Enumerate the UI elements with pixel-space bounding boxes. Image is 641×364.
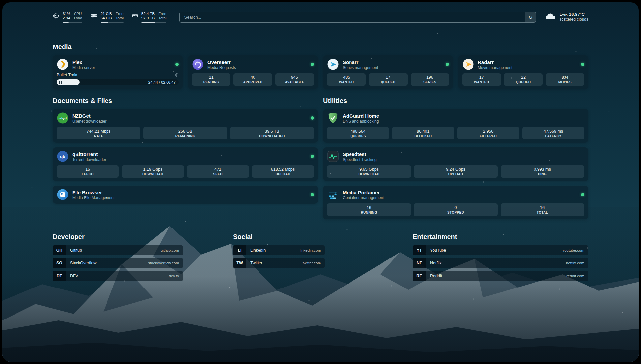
section-title-developer: Developer: [53, 233, 183, 241]
dashboard-window: 31% 2.94 CPU Load: [2, 2, 639, 362]
bookmark-reddit[interactable]: RE Reddit reddit.com: [413, 271, 588, 281]
bookmark-name: Twitter: [250, 261, 262, 265]
pause-icon: [59, 81, 62, 84]
service-description: Speedtest Tracking: [343, 157, 377, 162]
stat-box: 2,956 FILTERED: [457, 127, 519, 139]
service-link-nzbget[interactable]: nzbget NZBGet Usenet downloader: [57, 112, 314, 124]
cpu-progress-fill: [63, 22, 69, 23]
bookmark-netflix[interactable]: NF Netflix netflix.com: [413, 258, 588, 268]
section-title-media: Media: [53, 43, 588, 51]
bookmark-github[interactable]: GH Github github.com: [53, 245, 183, 255]
service-description: Series management: [343, 65, 378, 70]
cpu-usage-value: 31%: [63, 11, 70, 16]
sonarr-icon: [327, 58, 339, 70]
memory-icon: [90, 12, 98, 19]
cpu-icon: [53, 12, 60, 19]
service-description: Movie management: [478, 65, 512, 70]
section-title-utilities: Utilities: [323, 97, 588, 105]
service-name: qBittorrent: [72, 151, 106, 157]
service-name: AdGuard Home: [343, 113, 379, 119]
disk-icon: [132, 12, 138, 19]
service-link-qbittorrent[interactable]: qb qBittorrent Torrent downloader: [57, 150, 314, 162]
memory-free-value: 21 GiB: [101, 11, 112, 16]
stat-box: 16 TOTAL: [501, 203, 584, 216]
bookmark-linkedin[interactable]: LI LinkedIn linkedin.com: [233, 245, 325, 255]
service-card-overseerr: Overseerr Media Requests 21 PENDING 40 A…: [188, 55, 318, 89]
service-card-adguard: AdGuard Home DNS and adblocking 498,564 …: [323, 109, 588, 143]
service-link-radarr[interactable]: Radarr Movie management: [462, 58, 584, 70]
svg-text:qb: qb: [60, 154, 65, 159]
stat-box: 21 PENDING: [192, 73, 230, 86]
service-name: Speedtest: [343, 151, 377, 157]
nzbget-icon: nzbget: [57, 112, 69, 124]
status-dot: [311, 193, 314, 196]
service-name: Overseerr: [207, 59, 236, 65]
qbittorrent-icon: qb: [57, 150, 69, 162]
disk-progress-bar: [141, 22, 166, 23]
service-description: Usenet downloader: [72, 119, 106, 124]
service-card-qbittorrent: qb qBittorrent Torrent downloader 16 LEE…: [53, 147, 318, 181]
stat-box: 485 WANTED: [327, 73, 366, 86]
service-description: Media File Management: [72, 196, 115, 200]
bookmark-dev[interactable]: DT DEV dev.to: [53, 271, 183, 281]
stat-box: 744.21 Mbps RATE: [57, 127, 140, 139]
service-card-speedtest: Speedtest Speedtest Tracking 9.65 Gbps D…: [323, 147, 588, 181]
status-dot: [581, 193, 584, 196]
service-link-overseerr[interactable]: Overseerr Media Requests: [192, 58, 314, 70]
disk-free-value: 52.4 TB: [141, 11, 155, 16]
bookmark-youtube[interactable]: YT YouTube youtube.com: [413, 245, 588, 255]
memory-free-label: Free: [116, 11, 124, 16]
service-name: Sonarr: [343, 59, 378, 65]
service-card-plex: Plex Media server Bullet Train: [53, 55, 183, 89]
stat-box: 17 WANTED: [462, 73, 501, 86]
bookmark-url: github.com: [161, 248, 179, 252]
cpu-load-value: 2.94: [63, 16, 70, 20]
playback-time: 24:44 / 02:06:47: [148, 80, 176, 84]
top-bar: 31% 2.94 CPU Load: [53, 11, 588, 23]
service-link-speedtest[interactable]: Speedtest Speedtest Tracking: [327, 150, 584, 162]
bookmark-url: youtube.com: [563, 248, 584, 252]
service-name: NZBGet: [72, 113, 106, 119]
service-link-plex[interactable]: Plex Media server: [57, 58, 179, 70]
service-description: Container management: [343, 196, 384, 200]
cpu-widget: 31% 2.94 CPU Load: [53, 11, 82, 23]
search-provider-button[interactable]: G: [525, 12, 536, 22]
cloud-icon: [545, 12, 556, 21]
stat-box: 40 APPROVED: [233, 73, 272, 86]
service-description: Torrent downloader: [72, 157, 106, 162]
bookmark-name: Github: [70, 248, 82, 253]
stat-box: 86,401 BLOCKED: [392, 127, 454, 139]
bookmark-url: linkedin.com: [300, 248, 321, 252]
service-name: File Browser: [72, 189, 115, 196]
service-link-portainer[interactable]: Media Portainer Container management: [327, 189, 584, 200]
disk-total-label: Total: [158, 16, 166, 20]
playback-progress-bar: 24:44 / 02:06:47: [57, 79, 179, 85]
stat-box: 17 QUEUED: [369, 73, 407, 86]
portainer-crane-icon: [327, 189, 339, 200]
stat-box: 471 SEED: [187, 165, 249, 178]
bookmark-name: YouTube: [430, 248, 446, 253]
bookmark-abbr: LI: [233, 245, 246, 255]
bookmark-stackoverflow[interactable]: SO StackOverflow stackoverflow.com: [53, 258, 183, 268]
bookmark-name: LinkedIn: [250, 248, 266, 253]
cpu-label: CPU: [74, 11, 82, 16]
service-name: Plex: [72, 59, 95, 65]
weather-condition: scattered clouds: [560, 17, 588, 22]
stat-box: 945 AVAILABLE: [275, 73, 314, 86]
stat-box: 498,564 QUERIES: [327, 127, 389, 139]
service-link-filebrowser[interactable]: File Browser Media File Management: [57, 189, 314, 200]
bookmark-url: twitter.com: [303, 261, 321, 265]
stat-box: 618.52 Mbps UPLOAD: [252, 165, 314, 178]
bookmark-twitter[interactable]: TW Twitter twitter.com: [233, 258, 325, 268]
service-link-adguard[interactable]: AdGuard Home DNS and adblocking: [327, 112, 584, 124]
svg-text:nzbget: nzbget: [59, 117, 67, 120]
search-input[interactable]: [180, 12, 525, 22]
bookmark-abbr: SO: [53, 258, 66, 268]
service-link-sonarr[interactable]: Sonarr Series management: [327, 58, 449, 70]
bookmark-name: Netflix: [430, 261, 442, 265]
service-name: Radarr: [478, 59, 512, 65]
stat-box: 9.65 Gbps DOWNLOAD: [327, 165, 411, 178]
memory-total-value: 64 GiB: [101, 16, 112, 20]
memory-widget: 21 GiB 64 GiB Free Total: [90, 11, 124, 23]
settings-gear-icon[interactable]: [174, 73, 179, 77]
